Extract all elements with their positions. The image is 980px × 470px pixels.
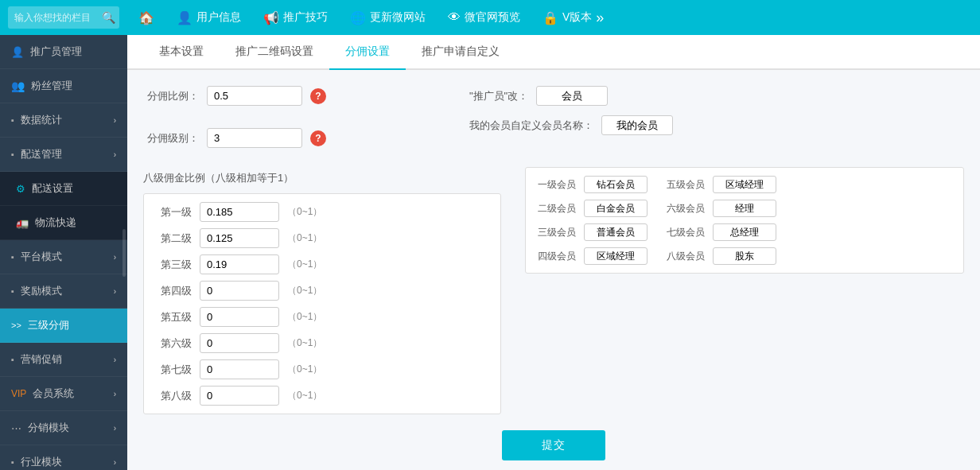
commission-row: 第二级 （0~1） (160, 228, 484, 248)
sidebar-item-logistics[interactable]: 🚛 物流快递 (0, 206, 127, 240)
search-input[interactable] (14, 12, 102, 23)
nav-version[interactable]: 🔒 V版本 » (531, 0, 615, 35)
lock-icon: 🔒 (542, 10, 558, 25)
my-member-input[interactable] (601, 115, 673, 135)
platform-icon: ▪ (11, 252, 14, 262)
tab-basic[interactable]: 基本设置 (143, 35, 220, 70)
member-level-label-1a: 二级会员 (538, 202, 578, 216)
sidebar-item-promoter[interactable]: 👤 推广员管理 (0, 35, 127, 69)
top-nav: 🔍 🏠 👤 用户信息 📢 推广技巧 🌐 更新微网站 👁 微官网预览 🔒 V版本 … (0, 0, 980, 35)
commission-level-input[interactable] (207, 128, 302, 148)
member-name-input-0b[interactable] (713, 176, 776, 193)
member-name-input-3b[interactable] (713, 247, 776, 265)
nav-update[interactable]: 🌐 更新微网站 (339, 0, 437, 35)
commission-section: 八级佣金比例（八级相加等于1） 第一级 （0~1） 第二级 （0~1） 第三级 … (143, 171, 501, 414)
nav-userinfo-label: 用户信息 (196, 10, 241, 25)
search-icon[interactable]: 🔍 (102, 11, 115, 24)
commission-level-help-icon[interactable]: ? (310, 130, 326, 146)
level-label-7: 第八级 (160, 389, 192, 403)
level-input-7[interactable] (200, 386, 279, 406)
commission-row: 第三级 （0~1） (160, 254, 484, 274)
data-arrow-icon: › (114, 116, 116, 125)
range-hint-1: （0~1） (287, 231, 322, 245)
level-input-4[interactable] (200, 307, 279, 327)
nav-promo[interactable]: 📢 推广技巧 (252, 0, 339, 35)
data-icon: ▪ (11, 115, 14, 125)
nav-preview[interactable]: 👁 微官网预览 (437, 0, 531, 35)
left-col: 八级佣金比例（八级相加等于1） 第一级 （0~1） 第二级 （0~1） 第三级 … (143, 167, 501, 414)
tab-commission[interactable]: 分佣设置 (329, 35, 406, 70)
nav-update-label: 更新微网站 (370, 10, 426, 25)
commission-row: 第八级 （0~1） (160, 386, 484, 406)
industry-icon: ▪ (11, 457, 14, 467)
nav-items: 🏠 👤 用户信息 📢 推广技巧 🌐 更新微网站 👁 微官网预览 🔒 V版本 » (127, 0, 972, 35)
member-grid: 一级会员 五级会员 二级会员 六级会员 三级会员 七级会员 四级会员 八级会员 (525, 167, 964, 274)
sidebar-item-distribution[interactable]: ⋯ 分销模块 › (0, 411, 127, 445)
members-icon: VIP (11, 388, 26, 399)
submit-button[interactable]: 提交 (502, 430, 605, 460)
promoter-icon: 👤 (11, 46, 24, 58)
distribution-arrow-icon: › (114, 424, 116, 433)
nav-preview-label: 微官网预览 (465, 10, 520, 25)
sidebar-item-data[interactable]: ▪ 数据统计 › (0, 103, 127, 138)
content-columns: 八级佣金比例（八级相加等于1） 第一级 （0~1） 第二级 （0~1） 第三级 … (143, 167, 964, 414)
content-area: 分佣比例： ? 分佣级别： ? "推广员"改： (127, 70, 980, 470)
sidebar-distribution-label: 分销模块 (28, 421, 69, 435)
delivery-settings-icon: ⚙ (16, 183, 25, 195)
top-forms-area: 分佣比例： ? 分佣级别： ? "推广员"改： (143, 86, 964, 161)
level-input-5[interactable] (200, 333, 279, 353)
sidebar-item-reward[interactable]: ▪ 奖励模式 › (0, 274, 127, 309)
promoter-change-input[interactable] (536, 86, 608, 106)
eight-level-title: 八级佣金比例（八级相加等于1） (143, 171, 501, 185)
my-member-label: 我的会员自定义会员名称： (469, 118, 593, 133)
commission-row: 第五级 （0~1） (160, 307, 484, 327)
sidebar-item-members[interactable]: VIP 会员系统 › (0, 377, 127, 411)
commission-ratio-input[interactable] (207, 86, 302, 106)
reward-icon: ▪ (11, 286, 14, 296)
nav-promo-label: 推广技巧 (283, 10, 328, 25)
promoter-change-row: "推广员"改： (469, 86, 673, 106)
tab-qrcode[interactable]: 推广二维码设置 (220, 35, 329, 70)
member-name-input-0a[interactable] (584, 176, 648, 193)
tabs-bar: 基本设置 推广二维码设置 分佣设置 推广申请自定义 (127, 35, 980, 70)
member-name-input-1b[interactable] (713, 200, 776, 217)
member-name-input-3a[interactable] (584, 247, 648, 265)
commission-row: 第六级 （0~1） (160, 333, 484, 353)
sidebar-item-delivery[interactable]: ▪ 配送管理 › (0, 138, 127, 172)
home-icon: 🏠 (138, 10, 154, 25)
scroll-handle[interactable] (122, 229, 126, 277)
delivery-arrow-icon: › (114, 150, 116, 159)
member-name-input-2b[interactable] (713, 223, 776, 241)
sidebar-item-industry[interactable]: ▪ 行业模块 › (0, 445, 127, 470)
eye-icon: 👁 (448, 10, 461, 25)
logistics-icon: 🚛 (16, 217, 29, 229)
members-arrow-icon: › (114, 390, 116, 398)
platform-arrow-icon: › (114, 253, 116, 262)
range-hint-7: （0~1） (287, 389, 322, 402)
level-input-6[interactable] (200, 359, 279, 379)
search-box[interactable]: 🔍 (8, 6, 119, 29)
member-grid-row: 三级会员 七级会员 (538, 223, 951, 241)
level-input-3[interactable] (200, 281, 279, 301)
nav-userinfo[interactable]: 👤 用户信息 (165, 0, 252, 35)
level-input-1[interactable] (200, 228, 279, 248)
sidebar-item-delivery-settings[interactable]: ⚙ 配送设置 (0, 172, 127, 206)
range-hint-3: （0~1） (287, 284, 322, 297)
sidebar-item-fans[interactable]: 👥 粉丝管理 (0, 69, 127, 103)
range-hint-0: （0~1） (287, 205, 322, 219)
sidebar-item-platform[interactable]: ▪ 平台模式 › (0, 240, 127, 274)
sidebar-item-three-level[interactable]: >> 三级分佣 (0, 309, 127, 343)
commission-ratio-help-icon[interactable]: ? (310, 88, 326, 104)
level-input-0[interactable] (200, 202, 279, 222)
more-icon: » (596, 10, 604, 26)
my-member-row: 我的会员自定义会员名称： (469, 115, 673, 135)
tab-custom[interactable]: 推广申请自定义 (406, 35, 515, 70)
nav-home[interactable]: 🏠 (127, 0, 165, 35)
level-input-2[interactable] (200, 254, 279, 274)
marketing-icon: ▪ (11, 355, 14, 364)
sidebar-item-marketing[interactable]: ▪ 营销促销 › (0, 343, 127, 377)
range-hint-4: （0~1） (287, 310, 322, 324)
member-name-input-2a[interactable] (584, 223, 648, 241)
member-name-input-1a[interactable] (584, 200, 648, 217)
globe-icon: 🌐 (350, 10, 366, 25)
